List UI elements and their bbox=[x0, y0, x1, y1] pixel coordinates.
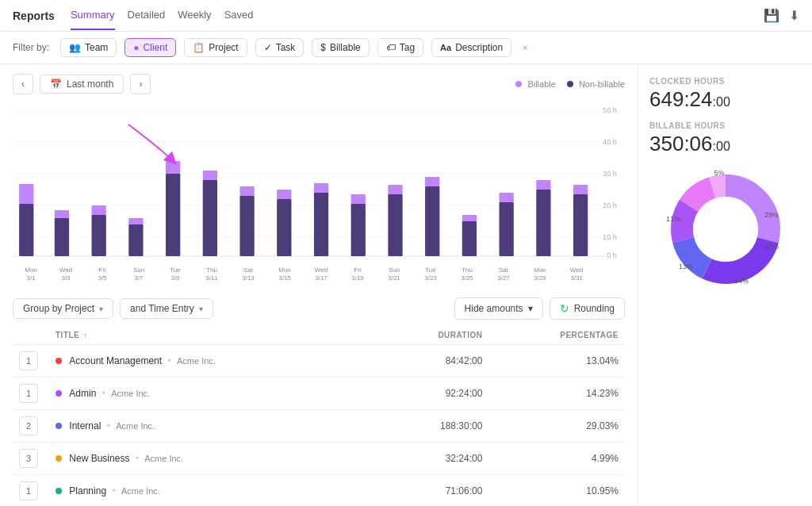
time-entry-caret: ▾ bbox=[199, 305, 203, 313]
svg-rect-42 bbox=[573, 194, 588, 256]
hide-amounts-button[interactable]: Hide amounts ▾ bbox=[454, 297, 543, 320]
svg-rect-21 bbox=[166, 161, 180, 174]
next-period-button[interactable]: › bbox=[130, 74, 151, 94]
svg-point-82 bbox=[693, 197, 758, 262]
tab-detailed[interactable]: Detailed bbox=[128, 1, 166, 30]
billable-legend-dot bbox=[515, 81, 522, 87]
th-percentage[interactable]: PERCENTAGE bbox=[488, 326, 625, 345]
bar-chart: 50 h 40 h 30 h 20 h 10 h 0 h bbox=[13, 101, 625, 259]
save-icon-button[interactable]: 💾 bbox=[764, 8, 779, 23]
svg-text:Mon: Mon bbox=[25, 266, 37, 274]
table-controls-right: Hide amounts ▾ ↻ Rounding bbox=[454, 297, 625, 320]
row-title-cell: Account Management • Acme Inc. bbox=[49, 345, 380, 378]
donut-svg: 29% 28% 14% 13% 11% 5% bbox=[662, 166, 789, 293]
svg-text:Thu: Thu bbox=[206, 266, 217, 274]
svg-rect-26 bbox=[277, 199, 291, 256]
table-row: 2 Internal • Acme Inc. 188:30:00 29.03% bbox=[13, 410, 625, 443]
calendar-icon: 📅 bbox=[50, 79, 62, 90]
filter-description[interactable]: Aa Description bbox=[431, 38, 511, 57]
svg-rect-37 bbox=[462, 215, 477, 221]
download-icon-button[interactable]: ⬇ bbox=[789, 8, 799, 23]
th-duration[interactable]: DURATION bbox=[380, 326, 489, 345]
svg-text:0 h: 0 h bbox=[607, 251, 617, 259]
row-title-cell: Admin • Acme Inc. bbox=[49, 378, 380, 410]
filter-task[interactable]: ✓ Task bbox=[255, 38, 304, 57]
svg-text:Thu: Thu bbox=[462, 266, 473, 274]
billable-label: BILLABLE HOURS bbox=[649, 121, 801, 130]
svg-text:Tue: Tue bbox=[170, 266, 181, 274]
project-dot bbox=[56, 455, 62, 462]
chart-controls: ‹ 📅 Last month › Billable Non-billa bbox=[13, 74, 625, 94]
filter-billable[interactable]: $ Billable bbox=[312, 38, 369, 57]
svg-rect-38 bbox=[500, 202, 514, 256]
filter-bar: Filter by: 👥 Team ● Client 📋 Project ✓ T… bbox=[0, 32, 812, 64]
svg-rect-36 bbox=[462, 221, 477, 256]
filter-close[interactable]: × bbox=[523, 43, 527, 52]
row-percentage-cell: 13.04% bbox=[488, 345, 625, 378]
svg-text:Sun: Sun bbox=[133, 266, 144, 274]
nav-title: Reports bbox=[13, 10, 55, 22]
svg-text:13%: 13% bbox=[678, 263, 692, 270]
time-entry-button[interactable]: and Time Entry ▾ bbox=[120, 298, 213, 319]
svg-text:11%: 11% bbox=[665, 215, 680, 223]
group-by-button[interactable]: Group by Project ▾ bbox=[13, 298, 113, 319]
project-dot bbox=[56, 423, 62, 429]
svg-rect-12 bbox=[19, 204, 33, 256]
project-icon: 📋 bbox=[193, 42, 205, 53]
non-billable-legend-dot bbox=[567, 81, 573, 87]
filter-client[interactable]: ● Client bbox=[124, 38, 176, 57]
sort-icon: ↑ bbox=[84, 332, 88, 339]
svg-text:Fri: Fri bbox=[354, 266, 362, 274]
svg-text:Mon: Mon bbox=[534, 266, 546, 274]
svg-text:Wed: Wed bbox=[59, 266, 72, 274]
prev-period-button[interactable]: ‹ bbox=[13, 74, 33, 94]
svg-text:3/19: 3/19 bbox=[351, 274, 364, 282]
svg-rect-14 bbox=[55, 218, 69, 256]
svg-rect-28 bbox=[314, 193, 328, 256]
row-duration-cell: 32:24:00 bbox=[380, 443, 489, 475]
svg-rect-33 bbox=[388, 185, 402, 194]
row-title-cell: Planning • Acme Inc. bbox=[49, 475, 380, 507]
svg-text:3/17: 3/17 bbox=[315, 274, 327, 282]
th-num bbox=[13, 326, 49, 345]
svg-text:3/27: 3/27 bbox=[497, 274, 510, 282]
row-percentage-cell: 14.23% bbox=[488, 378, 625, 410]
data-table: TITLE ↑ DURATION PERCENTAGE 1 A bbox=[13, 326, 625, 506]
tab-summary[interactable]: Summary bbox=[71, 1, 115, 30]
th-title[interactable]: TITLE ↑ bbox=[49, 326, 380, 345]
svg-text:3/11: 3/11 bbox=[205, 274, 218, 282]
tab-saved[interactable]: Saved bbox=[224, 1, 254, 30]
row-title-cell: Internal • Acme Inc. bbox=[49, 410, 380, 443]
svg-rect-22 bbox=[203, 180, 217, 256]
row-percentage-cell: 29.03% bbox=[488, 410, 625, 443]
svg-text:14%: 14% bbox=[733, 277, 748, 285]
svg-text:5%: 5% bbox=[714, 169, 724, 177]
svg-rect-13 bbox=[19, 184, 33, 204]
row-duration-cell: 84:42:00 bbox=[380, 345, 489, 378]
svg-text:3/25: 3/25 bbox=[461, 274, 473, 282]
rounding-button[interactable]: ↻ Rounding bbox=[550, 297, 625, 320]
date-range-button[interactable]: 📅 Last month bbox=[40, 75, 124, 94]
bar-chart-svg: 50 h 40 h 30 h 20 h 10 h 0 h bbox=[13, 101, 625, 259]
group-by-caret: ▾ bbox=[99, 305, 103, 313]
svg-rect-27 bbox=[277, 190, 291, 199]
filter-project[interactable]: 📋 Project bbox=[184, 38, 247, 57]
svg-rect-23 bbox=[203, 171, 217, 180]
right-panel: CLOCKED HOURS 649:24:00 BILLABLE HOURS 3… bbox=[638, 64, 812, 506]
svg-text:28%: 28% bbox=[764, 243, 778, 251]
svg-text:3/31: 3/31 bbox=[570, 274, 583, 282]
table-row: 3 New Business • Acme Inc. 32:24:00 4.99… bbox=[13, 443, 625, 475]
svg-rect-15 bbox=[55, 210, 69, 218]
svg-rect-18 bbox=[128, 224, 143, 256]
svg-rect-19 bbox=[128, 218, 143, 224]
billable-value: 350:06:00 bbox=[649, 132, 801, 156]
svg-rect-24 bbox=[239, 196, 254, 256]
svg-text:Wed: Wed bbox=[315, 266, 327, 274]
row-percentage-cell: 4.99% bbox=[488, 443, 625, 475]
filter-tag[interactable]: 🏷 Tag bbox=[377, 38, 423, 57]
svg-rect-25 bbox=[239, 186, 254, 196]
tab-weekly[interactable]: Weekly bbox=[178, 1, 211, 30]
svg-rect-29 bbox=[314, 183, 328, 193]
table-row: 1 Admin • Acme Inc. 92:24:00 14.23% bbox=[13, 378, 625, 410]
filter-team[interactable]: 👥 Team bbox=[60, 38, 117, 57]
